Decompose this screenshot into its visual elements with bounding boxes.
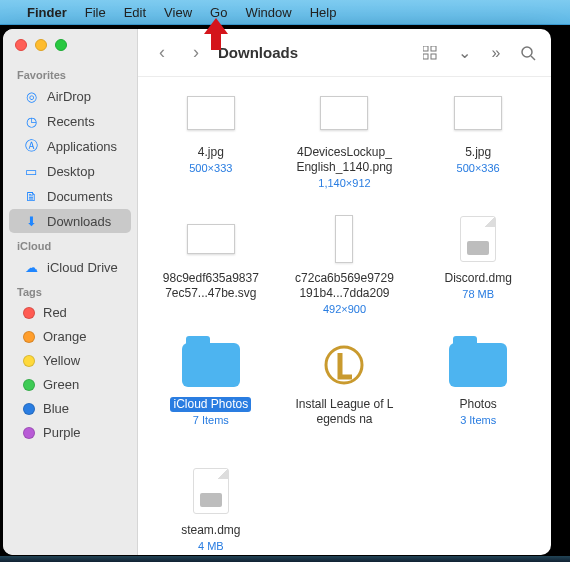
tag-dot-icon — [23, 307, 35, 319]
menu-window[interactable]: Window — [236, 5, 300, 20]
sidebar-label: Green — [43, 377, 79, 392]
tag-blue[interactable]: Blue — [9, 397, 131, 420]
file-name: 4.jpg — [198, 145, 224, 160]
file-icon — [446, 211, 510, 267]
sidebar-label: Applications — [47, 139, 117, 154]
svg-line-5 — [531, 56, 535, 60]
file-item[interactable]: iCloud Photos7 Items — [144, 335, 278, 461]
section-tags: Tags — [3, 280, 137, 300]
file-meta: 500×336 — [457, 162, 500, 174]
downloads-icon: ⬇ — [23, 213, 39, 229]
file-name: Install League of Legends na — [294, 397, 394, 427]
sidebar-label: Orange — [43, 329, 86, 344]
sidebar-label: Red — [43, 305, 67, 320]
sidebar-item-documents[interactable]: 🗎Documents — [9, 184, 131, 208]
svg-rect-2 — [423, 54, 428, 59]
file-name: steam.dmg — [181, 523, 240, 538]
file-icon — [312, 211, 376, 267]
tag-dot-icon — [23, 379, 35, 391]
svg-rect-1 — [431, 46, 436, 51]
doc-icon: 🗎 — [23, 188, 39, 204]
file-meta: 492×900 — [323, 303, 366, 315]
tag-purple[interactable]: Purple — [9, 421, 131, 444]
tag-dot-icon — [23, 403, 35, 415]
minimize-button[interactable] — [35, 39, 47, 51]
file-grid[interactable]: 4.jpg500×3334DevicesLockup_English_1140.… — [138, 77, 551, 555]
menu-help[interactable]: Help — [301, 5, 346, 20]
sidebar-item-downloads[interactable]: ⬇Downloads — [9, 209, 131, 233]
file-name: Photos — [459, 397, 496, 412]
close-button[interactable] — [15, 39, 27, 51]
file-icon — [312, 85, 376, 141]
menu-view[interactable]: View — [155, 5, 201, 20]
section-favorites: Favorites — [3, 63, 137, 83]
sidebar-item-airdrop[interactable]: ◎AirDrop — [9, 84, 131, 108]
file-item[interactable]: Photos3 Items — [411, 335, 545, 461]
tag-green[interactable]: Green — [9, 373, 131, 396]
cloud-icon: ☁ — [23, 259, 39, 275]
sidebar-label: Documents — [47, 189, 113, 204]
menu-file[interactable]: File — [76, 5, 115, 20]
menubar-app[interactable]: Finder — [18, 5, 76, 20]
sidebar-item-recents[interactable]: ◷Recents — [9, 109, 131, 133]
sidebar-item-desktop[interactable]: ▭Desktop — [9, 159, 131, 183]
search-icon[interactable] — [517, 42, 539, 64]
file-icon — [446, 85, 510, 141]
file-item[interactable]: 4.jpg500×333 — [144, 83, 278, 209]
desktop-icon: ▭ — [23, 163, 39, 179]
view-switcher-icon[interactable] — [421, 42, 443, 64]
zoom-button[interactable] — [55, 39, 67, 51]
sidebar-item-applications[interactable]: ⒶApplications — [9, 134, 131, 158]
more-toolbar-icon[interactable]: » — [485, 42, 507, 64]
location-title: Downloads — [218, 44, 298, 61]
file-item[interactable]: 4DevicesLockup_English_1140.png1,140×912 — [278, 83, 412, 209]
window-controls — [3, 39, 137, 63]
file-item[interactable]: c72ca6b569e9729191b4...7dda209492×900 — [278, 209, 412, 335]
tag-orange[interactable]: Orange — [9, 325, 131, 348]
finder-main: ‹ › Downloads ⌄ » 4.jpg500×3334DevicesLo… — [138, 29, 551, 555]
file-icon — [179, 85, 243, 141]
file-name: c72ca6b569e9729191b4...7dda209 — [294, 271, 394, 301]
tag-dot-icon — [23, 355, 35, 367]
airdrop-icon: ◎ — [23, 88, 39, 104]
file-meta: 7 Items — [193, 414, 229, 426]
tag-red[interactable]: Red — [9, 301, 131, 324]
tag-yellow[interactable]: Yellow — [9, 349, 131, 372]
section-icloud: iCloud — [3, 234, 137, 254]
apps-icon: Ⓐ — [23, 138, 39, 154]
group-by-icon[interactable]: ⌄ — [453, 42, 475, 64]
clock-icon: ◷ — [23, 113, 39, 129]
file-name: iCloud Photos — [170, 397, 251, 412]
file-meta: 500×333 — [189, 162, 232, 174]
svg-point-4 — [522, 47, 532, 57]
file-name: 5.jpg — [465, 145, 491, 160]
svg-rect-3 — [431, 54, 436, 59]
file-icon — [312, 337, 376, 393]
sidebar-label: Purple — [43, 425, 81, 440]
desktop-background — [0, 556, 570, 562]
file-meta: 78 MB — [462, 288, 494, 300]
menu-edit[interactable]: Edit — [115, 5, 155, 20]
sidebar-label: Recents — [47, 114, 95, 129]
sidebar-label: Yellow — [43, 353, 80, 368]
finder-window: Favorites ◎AirDrop ◷Recents ⒶApplication… — [3, 29, 551, 555]
file-item[interactable]: 98c9edf635a98377ec57...47be.svg — [144, 209, 278, 335]
file-icon — [179, 337, 243, 393]
file-item[interactable]: steam.dmg4 MB — [144, 461, 278, 555]
sidebar-item-icloud-drive[interactable]: ☁iCloud Drive — [9, 255, 131, 279]
sidebar-label: AirDrop — [47, 89, 91, 104]
sidebar-label: Desktop — [47, 164, 95, 179]
file-icon — [446, 337, 510, 393]
menubar: Finder File Edit View Go Window Help — [0, 0, 570, 25]
back-button[interactable]: ‹ — [150, 41, 174, 65]
file-name: 4DevicesLockup_English_1140.png — [294, 145, 394, 175]
file-item[interactable]: 5.jpg500×336 — [411, 83, 545, 209]
file-item[interactable]: Discord.dmg78 MB — [411, 209, 545, 335]
tag-dot-icon — [23, 427, 35, 439]
file-name: Discord.dmg — [444, 271, 511, 286]
file-meta: 1,140×912 — [318, 177, 370, 189]
file-item[interactable]: Install League of Legends na — [278, 335, 412, 461]
file-icon — [179, 463, 243, 519]
sidebar: Favorites ◎AirDrop ◷Recents ⒶApplication… — [3, 29, 138, 555]
file-meta: 4 MB — [198, 540, 224, 552]
